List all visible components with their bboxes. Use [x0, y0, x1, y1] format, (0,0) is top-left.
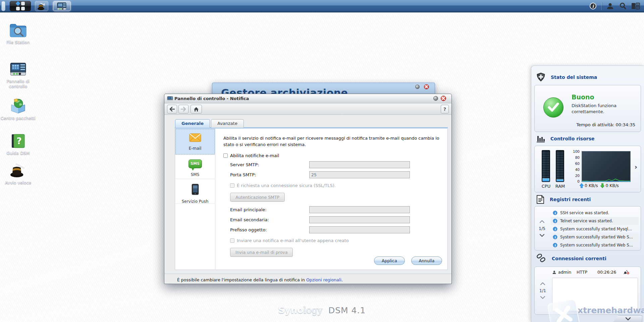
home-icon — [194, 107, 199, 112]
search-button[interactable] — [617, 1, 629, 11]
desktop: i — [0, 0, 644, 322]
widget-title: Registri recenti — [550, 197, 591, 202]
y-tick: 40 — [570, 168, 580, 172]
tab-content-panel: E-mail SMS SMS — [175, 129, 448, 270]
cpu-gauge — [542, 150, 550, 182]
pager-up-icon[interactable] — [540, 220, 544, 223]
widget-pane: Stato del sistema Buono DiskStation funz… — [531, 65, 644, 322]
tab-avanzate[interactable]: Avanzate — [211, 119, 244, 128]
new-user-notify-label: Inviare una notifica e-mail all'utente a… — [237, 238, 349, 243]
widget-title: Stato del sistema — [551, 75, 597, 80]
desktop-icon-label: Centro pacchetti — [1, 116, 36, 121]
forward-button — [178, 105, 189, 113]
cancel-button[interactable]: Annulla — [411, 257, 442, 265]
ssl-checkbox — [230, 183, 234, 188]
system-status-header: Stato del sistema — [536, 73, 597, 82]
apply-button[interactable]: Applica — [374, 257, 405, 265]
desktop-icon-package-center[interactable]: Centro pacchetti — [1, 97, 36, 121]
close-icon[interactable] — [441, 96, 446, 101]
smtp-auth-button: Autenticazione SMTP — [230, 193, 285, 202]
form-description: Abilita il servizio di notifica e-mail p… — [223, 135, 441, 148]
form-row: Email secondaria: — [223, 216, 441, 223]
taskbar-separator — [601, 2, 602, 10]
pager-up-icon[interactable] — [540, 282, 545, 285]
control-panel-task-button[interactable] — [53, 1, 71, 11]
enable-email-label: Abilita notifiche e-mail — [230, 153, 279, 158]
sidebar-item-sms[interactable]: SMS SMS — [175, 155, 215, 179]
pilot-view-button[interactable] — [630, 1, 641, 11]
download-rate: 0 KB/s — [605, 183, 619, 188]
tab-generale[interactable]: Generale — [175, 119, 210, 128]
dialog-titlebar[interactable]: Pannello di controllo - Notifica — [164, 94, 451, 103]
envelope-icon — [189, 133, 201, 142]
info-circle-icon: i — [553, 227, 557, 231]
connection-time: 00:26:26 — [597, 270, 624, 275]
help-button[interactable]: ? — [441, 105, 449, 113]
regional-options-link[interactable]: Opzioni regionali — [306, 277, 341, 282]
desktop-icon-dsm-help[interactable]: ? Guida DSM — [1, 132, 36, 155]
minimize-button[interactable] — [433, 96, 438, 101]
home-button[interactable] — [191, 105, 202, 113]
help-book-icon: ? — [1, 132, 36, 148]
desktop-icon-quick-start[interactable]: Avvio veloce — [1, 161, 36, 185]
shield-icon — [536, 73, 545, 82]
info-icon: i — [589, 2, 597, 10]
sidebar-item-label: E-mail — [175, 146, 215, 154]
quick-launch-task-button[interactable] — [35, 1, 48, 11]
close-icon[interactable] — [424, 84, 429, 89]
back-arrow-icon — [169, 107, 175, 111]
enable-email-row: Abilita notifiche e-mail — [223, 153, 441, 158]
svg-text:?: ? — [16, 136, 21, 146]
connection-row: admin HTTP 00:26:26 — [552, 270, 638, 275]
package-center-icon — [1, 97, 36, 113]
notification-dialog: Pannello di controllo - Notifica ? Gener… — [164, 94, 452, 284]
pager-text: 1/1 — [539, 288, 546, 293]
dialog-body: Generale Avanzate E-mail — [164, 115, 451, 284]
log-pager: 1/5 — [535, 206, 549, 250]
form-row: Porta SMTP: — [223, 171, 441, 178]
resource-monitor-header: Controllo risorse — [536, 135, 595, 143]
form-row: Server SMTP: — [223, 161, 441, 168]
log-item: i System successfully started Web S... — [551, 241, 639, 249]
upload-rate: 0 KB/s — [585, 183, 598, 188]
user-button[interactable] — [604, 1, 616, 11]
widget-pane-collapse-button[interactable] — [613, 315, 642, 322]
pager-down-icon[interactable] — [540, 296, 545, 299]
pager-down-icon[interactable] — [540, 234, 544, 237]
sidebar-item-push-service[interactable]: Servizio Push — [175, 179, 215, 204]
log-item: i System successfully started Mysql... — [551, 225, 639, 233]
main-menu-icon — [16, 2, 25, 10]
control-panel-icon — [1, 60, 36, 77]
chevron-right-icon[interactable]: › — [635, 163, 637, 171]
back-button[interactable] — [167, 105, 177, 113]
folder-search-icon — [1, 21, 36, 38]
taskbar: i — [0, 0, 644, 12]
ram-gauge — [556, 150, 564, 182]
log-item: i System successfully started Web S... — [551, 233, 639, 241]
new-user-notify-checkbox — [230, 238, 234, 243]
status-detail: DiskStation funziona correttamente. — [572, 103, 629, 114]
log-item: i Telnet service was started. — [551, 217, 639, 225]
taskbar-right-group: i — [587, 0, 642, 12]
upload-arrow-icon — [580, 183, 584, 188]
y-tick: 0 — [570, 180, 580, 183]
chain-link-icon — [536, 254, 546, 263]
user-icon — [606, 2, 614, 10]
disconnect-icon[interactable] — [624, 270, 630, 275]
minimize-button[interactable] — [415, 85, 420, 89]
sidebar-item-email[interactable]: E-mail — [175, 129, 215, 155]
brand-rest: logy — [303, 305, 322, 315]
recent-logs-panel: 1/5 i SSH service was started. i Telnet … — [534, 206, 641, 250]
main-menu-button[interactable] — [10, 1, 31, 11]
ssl-row: È richiesta una connessione sicura (SSL/… — [223, 183, 441, 188]
field-label: Email secondaria: — [223, 217, 309, 222]
resource-monitor-panel: CPU RAM 100 80 60 40 20 0 › 0 KB/s 0 KB/… — [534, 146, 641, 192]
user-icon — [552, 270, 556, 275]
enable-email-checkbox[interactable] — [223, 153, 228, 158]
show-desktop-button[interactable] — [1, 1, 5, 11]
info-button[interactable]: i — [587, 1, 599, 11]
desktop-icon-file-station[interactable]: File Station — [1, 21, 36, 45]
y-tick: 100 — [570, 150, 580, 153]
y-tick: 20 — [570, 174, 580, 178]
desktop-icon-control-panel[interactable]: Pannello di controllo — [1, 60, 36, 89]
